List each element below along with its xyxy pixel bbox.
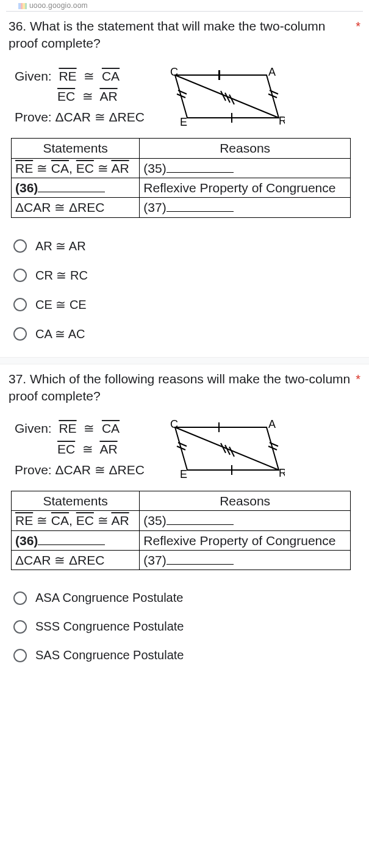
option-b[interactable]: SSS Congruence Postulate: [11, 612, 360, 641]
proof-given-block: Given: RE ≅ CA EC ≅ AR Prove: ΔCAR ≅ ΔRE…: [15, 66, 354, 128]
reason-35: (35): [143, 513, 166, 527]
seg: RE: [15, 513, 33, 527]
reason-37: (37): [143, 553, 166, 567]
col-header-reasons: Reasons: [140, 139, 351, 158]
vertex-a-label: A: [268, 66, 276, 78]
option-a[interactable]: AR ≅ AR: [11, 231, 360, 261]
svg-text:A: A: [268, 418, 276, 430]
two-column-proof-table: Statements Reasons RE ≅ CA, EC ≅ AR (35)…: [11, 491, 351, 570]
statement-36: (36): [15, 181, 38, 195]
options-list-37: ASA Congruence Postulate SSS Congruence …: [9, 581, 360, 670]
given-prove-text: Given: RE ≅ CA EC ≅ AR Prove: ΔCAR ≅ ΔRE…: [15, 418, 145, 480]
proof-given-block: Given: RE ≅ CA EC ≅ AR Prove: ΔCAR ≅ ΔRE…: [15, 418, 354, 480]
reason-35: (35): [143, 161, 166, 175]
col-header-reasons: Reasons: [140, 491, 351, 511]
seg: RE: [15, 161, 33, 175]
segment-re: RE: [59, 421, 76, 435]
option-a[interactable]: ASA Congruence Postulate: [11, 584, 360, 612]
svg-text:E: E: [180, 468, 187, 479]
vertex-r-label: R: [279, 115, 285, 127]
reason-reflexive: Reflexive Property of Congruence: [140, 530, 351, 550]
question-divider: [0, 357, 369, 364]
table-row: RE ≅ CA, EC ≅ AR (35): [12, 511, 351, 530]
seg: CA: [51, 513, 69, 527]
option-d[interactable]: CA ≅ AC: [11, 319, 360, 349]
url-text: uooo.googio.oom: [29, 1, 88, 10]
option-c[interactable]: SAS Congruence Postulate: [11, 641, 360, 670]
option-b-label: SSS Congruence Postulate: [35, 620, 184, 634]
prove-statement: ΔCAR ≅ ΔREC: [56, 463, 145, 477]
given-label: Given:: [15, 421, 52, 435]
statement-conclusion: ΔCAR ≅ ΔREC: [12, 198, 140, 217]
prove-label: Prove:: [15, 110, 52, 124]
radio-icon: [13, 649, 27, 662]
table-row: RE ≅ CA, EC ≅ AR (35): [12, 158, 351, 178]
reason-37: (37): [143, 200, 166, 214]
seg: AR: [111, 513, 129, 527]
segment-re: RE: [59, 69, 76, 83]
question-36: 36. What is the statement that will make…: [0, 12, 369, 357]
congruent-symbol: ≅: [84, 421, 95, 435]
seg: AR: [111, 161, 129, 175]
option-c-label: SAS Congruence Postulate: [35, 648, 184, 662]
seg: EC: [76, 161, 94, 175]
option-c-label: CE ≅ CE: [35, 297, 87, 312]
required-indicator: *: [356, 18, 360, 32]
radio-icon: [13, 327, 27, 341]
option-d-label: CA ≅ AC: [35, 327, 85, 341]
radio-icon: [13, 591, 27, 605]
segment-ca: CA: [102, 69, 120, 83]
parallelogram-diagram: C A E R: [157, 66, 285, 127]
segment-ca: CA: [102, 421, 120, 435]
two-column-proof-table: Statements Reasons RE ≅ CA, EC ≅ AR (35)…: [11, 138, 351, 217]
statement-conclusion: ΔCAR ≅ ΔREC: [12, 551, 140, 570]
segment-ar: AR: [99, 89, 117, 103]
question-36-prompt: 36. What is the statement that will make…: [9, 18, 352, 52]
given-label: Given:: [15, 69, 52, 83]
question-37-prompt: 37. Which of the following reasons will …: [9, 371, 352, 405]
prove-statement: ΔCAR ≅ ΔREC: [56, 110, 145, 124]
seg: EC: [76, 513, 94, 527]
options-list-36: AR ≅ AR CR ≅ RC CE ≅ CE CA ≅ AC: [9, 229, 360, 349]
radio-icon: [13, 239, 27, 253]
segment-ec: EC: [57, 442, 75, 456]
svg-text:C: C: [170, 418, 178, 430]
segment-ec: EC: [57, 89, 75, 103]
col-header-statements: Statements: [12, 139, 140, 158]
congruent-symbol: ≅: [84, 69, 95, 83]
option-c[interactable]: CE ≅ CE: [11, 290, 360, 319]
reason-reflexive: Reflexive Property of Congruence: [140, 178, 351, 198]
given-prove-text: Given: RE ≅ CA EC ≅ AR Prove: ΔCAR ≅ ΔRE…: [15, 66, 145, 128]
segment-ar: AR: [99, 442, 117, 456]
vertex-e-label: E: [180, 116, 187, 127]
parallelogram-diagram: C A E R: [157, 418, 285, 479]
table-row: ΔCAR ≅ ΔREC (37): [12, 198, 351, 217]
radio-icon: [13, 298, 27, 311]
col-header-statements: Statements: [12, 491, 140, 511]
option-b-label: CR ≅ RC: [35, 268, 88, 283]
seg: CA: [51, 161, 69, 175]
table-row: ΔCAR ≅ ΔREC (37): [12, 551, 351, 570]
table-row: (36) Reflexive Property of Congruence: [12, 178, 351, 198]
question-37: 37. Which of the following reasons will …: [0, 364, 369, 679]
table-row: (36) Reflexive Property of Congruence: [12, 530, 351, 550]
congruent-symbol: ≅: [82, 442, 93, 456]
page-source-url: uooo.googio.oom: [0, 0, 369, 10]
prove-label: Prove:: [15, 463, 52, 477]
statement-36: (36): [15, 533, 38, 548]
congruent-symbol: ≅: [82, 89, 93, 103]
required-indicator: *: [356, 371, 360, 385]
option-a-label: AR ≅ AR: [35, 239, 86, 253]
radio-icon: [13, 269, 27, 282]
radio-icon: [13, 620, 27, 634]
svg-text:R: R: [279, 467, 285, 479]
option-a-label: ASA Congruence Postulate: [35, 591, 183, 605]
option-b[interactable]: CR ≅ RC: [11, 261, 360, 290]
vertex-c-label: C: [170, 66, 178, 78]
